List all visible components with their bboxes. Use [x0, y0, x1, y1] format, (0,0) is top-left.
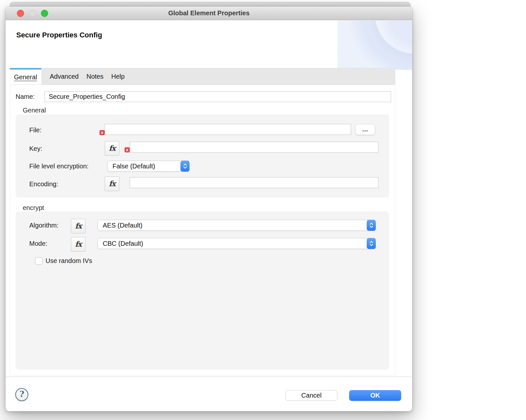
use-random-ivs-label: Use random IVs	[46, 255, 92, 266]
fx-icon: fx	[109, 179, 115, 188]
footer-divider	[6, 376, 412, 377]
help-button[interactable]: ?	[15, 388, 28, 401]
file-error-icon: x	[99, 130, 105, 135]
file-level-encryption-value: False (Default)	[108, 163, 155, 170]
traffic-lights	[17, 7, 48, 20]
ok-label: OK	[370, 392, 380, 399]
key-input[interactable]	[130, 142, 378, 153]
tab-notes-label: Notes	[86, 73, 103, 80]
key-error-icon: x	[125, 147, 130, 152]
cancel-button[interactable]: Cancel	[285, 390, 337, 401]
algorithm-value: AES (Default)	[98, 222, 142, 229]
name-input[interactable]	[45, 91, 391, 102]
file-error-glyph: x	[101, 131, 103, 135]
mode-select[interactable]: CBC (Default)	[98, 238, 376, 249]
mode-label: Mode:	[29, 238, 47, 249]
mode-value: CBC (Default)	[98, 240, 143, 247]
cancel-label: Cancel	[301, 392, 322, 399]
tab-advanced[interactable]: Advanced	[46, 68, 83, 85]
algorithm-expression-button[interactable]: fx	[71, 219, 85, 233]
page-title: Secure Properties Config	[16, 31, 102, 39]
general-group-title: General	[23, 107, 46, 114]
encrypt-groupbox: Algorithm: fx AES (Default) Mode: fx CBC…	[16, 211, 389, 370]
encrypt-group-title: encrypt	[23, 204, 44, 212]
fx-icon: fx	[109, 144, 115, 152]
help-icon: ?	[19, 389, 24, 399]
key-error-glyph: x	[126, 148, 128, 152]
tab-general-label: General	[14, 73, 37, 81]
file-input[interactable]	[105, 124, 351, 135]
ok-button[interactable]: OK	[349, 390, 401, 401]
name-label: Name:	[16, 91, 35, 102]
encoding-input[interactable]	[130, 177, 378, 188]
file-level-encryption-label: File level encryption:	[29, 161, 88, 172]
close-button[interactable]	[17, 10, 24, 17]
tab-notes[interactable]: Notes	[83, 68, 107, 85]
algorithm-label: Algorithm:	[29, 220, 59, 231]
zoom-button[interactable]	[41, 10, 48, 17]
algorithm-select[interactable]: AES (Default)	[98, 220, 376, 231]
chevron-updown-icon	[367, 220, 376, 231]
tab-general[interactable]: General	[10, 68, 41, 85]
encoding-expression-button[interactable]: fx	[105, 177, 119, 191]
tab-advanced-label: Advanced	[50, 73, 79, 80]
key-expression-button[interactable]: fx	[105, 141, 119, 156]
chevron-updown-icon	[367, 238, 376, 249]
file-browse-label: ...	[362, 126, 368, 133]
chevron-updown-icon	[180, 161, 190, 172]
header-decoration	[337, 20, 412, 70]
window-title: Global Element Properties	[168, 9, 249, 17]
file-label: File:	[29, 125, 42, 136]
encoding-label: Encoding:	[29, 178, 58, 190]
screen: Global Element Properties Secure Propert…	[0, 0, 526, 420]
fx-icon: fx	[75, 221, 82, 230]
general-groupbox: File: x ... Key: fx x File level encrypt…	[16, 114, 389, 198]
file-browse-button[interactable]: ...	[355, 124, 375, 135]
mode-expression-button[interactable]: fx	[71, 237, 85, 252]
tab-bar: General Advanced Notes Help	[10, 68, 395, 85]
title-bar[interactable]: Global Element Properties	[6, 7, 412, 20]
global-element-properties-dialog: Global Element Properties Secure Propert…	[6, 7, 412, 411]
dialog-header: Secure Properties Config	[6, 20, 412, 70]
tab-help-label: Help	[111, 73, 125, 80]
minimize-button[interactable]	[29, 10, 36, 17]
key-label: Key:	[29, 143, 42, 154]
fx-icon: fx	[75, 240, 82, 248]
use-random-ivs-checkbox[interactable]	[35, 257, 43, 265]
file-level-encryption-select[interactable]: False (Default)	[107, 161, 190, 172]
tab-help[interactable]: Help	[107, 68, 128, 85]
